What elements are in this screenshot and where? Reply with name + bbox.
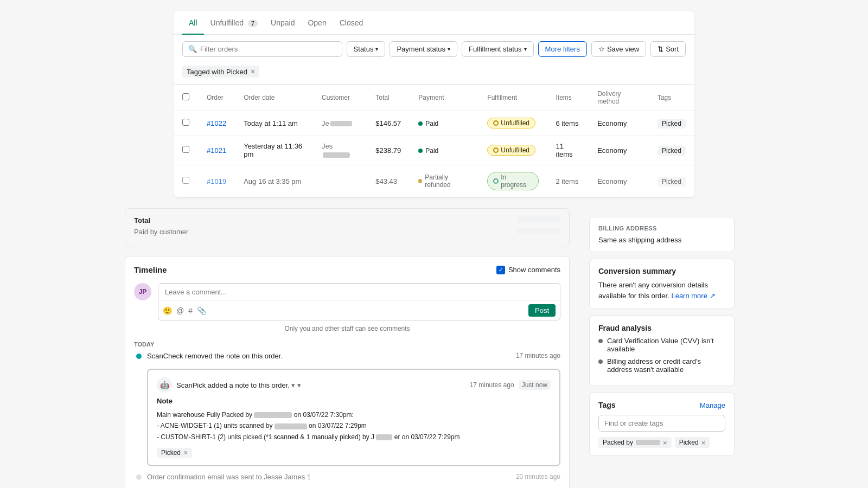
order-tabs: All Unfulfilled 7 Unpaid Open Closed bbox=[174, 11, 694, 35]
item-count: 11 items bbox=[547, 136, 589, 165]
chevron-down-icon: ▾ bbox=[448, 46, 450, 52]
customer-name: Je bbox=[313, 111, 367, 136]
fulfillment-status-filter-button[interactable]: Fulfillment status ▾ bbox=[462, 41, 534, 57]
tab-unfulfilled[interactable]: Unfulfilled 7 bbox=[204, 11, 265, 35]
comment-input-wrapper: 🙂 @ # 📎 Post bbox=[158, 283, 560, 320]
search-input[interactable] bbox=[200, 45, 336, 53]
timeline-dot bbox=[136, 354, 142, 359]
search-icon: 🔍 bbox=[188, 45, 197, 53]
fraud-title: Fraud analysis bbox=[598, 324, 725, 332]
toolbar: 🔍 Status ▾ Payment status ▾ Fulfillment … bbox=[174, 35, 694, 63]
tab-open[interactable]: Open bbox=[301, 11, 333, 35]
star-icon: ☆ bbox=[598, 45, 605, 53]
status-filter-button[interactable]: Status ▾ bbox=[347, 41, 386, 57]
tags-header: Tags Manage bbox=[598, 401, 725, 409]
fulfillment-status: In progress bbox=[478, 165, 547, 197]
manage-tags-link[interactable]: Manage bbox=[700, 401, 725, 409]
comment-input[interactable] bbox=[158, 284, 560, 300]
customer-name: Jes bbox=[313, 136, 367, 165]
applied-tags: Packed by × Picked × bbox=[598, 437, 725, 448]
tab-all[interactable]: All bbox=[182, 11, 204, 35]
order-total: $238.79 bbox=[367, 136, 410, 165]
timeline-section: Timeline ✓ Show comments JP 🙂 @ # bbox=[125, 256, 570, 488]
applied-tag-packed: Packed by × bbox=[598, 437, 672, 448]
col-tags: Tags bbox=[649, 85, 694, 111]
billing-address-card: BILLING ADDRESS Same as shipping address bbox=[589, 217, 735, 252]
order-total: $146.57 bbox=[367, 111, 410, 136]
attachment-icon[interactable]: 📎 bbox=[197, 306, 206, 315]
avatar: JP bbox=[134, 283, 151, 300]
remove-tag-packed-button[interactable]: × bbox=[663, 439, 667, 446]
order-date: Aug 16 at 3:35 pm bbox=[235, 165, 313, 197]
unfulfilled-badge: 7 bbox=[248, 20, 258, 27]
payment-status: Paid bbox=[410, 111, 478, 136]
row-checkbox[interactable] bbox=[182, 119, 189, 126]
fraud-dot bbox=[598, 359, 603, 364]
conversion-title: Conversion summary bbox=[598, 267, 725, 275]
customer-name bbox=[313, 165, 367, 197]
emoji-icon[interactable]: 🙂 bbox=[163, 306, 172, 315]
fraud-item-1: Card Verification Value (CVV) isn't avai… bbox=[598, 337, 725, 353]
timeline-event-time: 17 minutes ago bbox=[516, 352, 560, 359]
just-now-badge: Just now bbox=[519, 380, 551, 390]
fraud-card: Fraud analysis Card Verification Value (… bbox=[589, 316, 735, 386]
tags-area: Picked × bbox=[157, 448, 551, 458]
billing-title: BILLING ADDRESS bbox=[598, 225, 725, 232]
row-checkbox[interactable] bbox=[182, 177, 189, 184]
applied-tag-picked: Picked × bbox=[675, 437, 710, 448]
scan-added-text: ScanPick added a note to this order. ▾ ▾ bbox=[176, 381, 465, 389]
show-comments-checkbox[interactable]: ✓ bbox=[496, 266, 505, 274]
tab-closed[interactable]: Closed bbox=[333, 11, 370, 35]
delivery-method: Economy bbox=[589, 111, 649, 136]
payment-status: Partially refunded bbox=[410, 165, 478, 197]
more-filters-button[interactable]: More filters bbox=[538, 41, 587, 57]
row-checkbox[interactable] bbox=[182, 146, 189, 153]
remove-filter-button[interactable]: × bbox=[251, 67, 255, 76]
confirmation-time: 20 minutes ago bbox=[516, 473, 560, 480]
tab-unpaid[interactable]: Unpaid bbox=[264, 11, 301, 35]
active-filters: Tagged with Picked × bbox=[174, 63, 694, 84]
col-fulfillment: Fulfillment bbox=[478, 85, 547, 111]
hashtag-icon[interactable]: # bbox=[188, 306, 193, 315]
order-number[interactable]: #1019 bbox=[207, 177, 226, 185]
sort-button[interactable]: ⇅ Sort bbox=[650, 41, 686, 57]
comment-box: JP 🙂 @ # 📎 Post bbox=[134, 283, 560, 320]
tagged-with-filter: Tagged with Picked × bbox=[182, 66, 259, 78]
select-all-checkbox[interactable] bbox=[182, 93, 189, 100]
total-section: Total Paid by customer bbox=[125, 208, 570, 247]
col-total: Total bbox=[367, 85, 410, 111]
payment-status-filter-button[interactable]: Payment status ▾ bbox=[390, 41, 457, 57]
item-count: 2 items bbox=[547, 165, 589, 197]
delivery-method: Economy bbox=[589, 165, 649, 197]
tags-title: Tags bbox=[598, 401, 616, 409]
payment-status: Paid bbox=[410, 136, 478, 165]
order-number[interactable]: #1021 bbox=[207, 146, 226, 155]
remove-tag-picked-button[interactable]: × bbox=[701, 439, 706, 446]
save-view-button[interactable]: ☆ Save view bbox=[591, 41, 646, 57]
tags-input[interactable] bbox=[598, 415, 725, 432]
mention-icon[interactable]: @ bbox=[176, 306, 184, 315]
fulfillment-status: Unfulfilled bbox=[478, 136, 547, 165]
picked-tag: Picked × bbox=[157, 448, 192, 458]
col-order-date: Order date bbox=[235, 85, 313, 111]
fraud-item-2: Billing address or credit card's address… bbox=[598, 357, 725, 374]
remove-picked-tag[interactable]: × bbox=[184, 449, 188, 457]
comment-tools: 🙂 @ # 📎 bbox=[163, 306, 206, 315]
order-tag: Picked bbox=[649, 111, 694, 136]
chevron-down-icon: ▾ bbox=[375, 46, 378, 52]
search-bar: 🔍 bbox=[182, 41, 342, 57]
fraud-dot bbox=[598, 339, 603, 343]
show-comments-toggle[interactable]: ✓ Show comments bbox=[496, 266, 560, 274]
col-customer: Customer bbox=[313, 85, 367, 111]
edit-arrow[interactable]: ▾ bbox=[297, 381, 301, 389]
order-number[interactable]: #1022 bbox=[207, 119, 226, 127]
learn-more-link[interactable]: Learn more ↗ bbox=[671, 292, 715, 300]
post-comment-button[interactable]: Post bbox=[528, 304, 556, 317]
paid-by-label: Paid by customer bbox=[134, 228, 188, 236]
chevron-down-icon: ▾ bbox=[524, 46, 527, 52]
dropdown-arrow[interactable]: ▾ bbox=[291, 381, 295, 389]
billing-text: Same as shipping address bbox=[598, 236, 725, 244]
conversion-card: Conversion summary There aren't any conv… bbox=[589, 259, 735, 309]
timeline-event-text: ScanCheck removed the note on this order… bbox=[147, 352, 510, 360]
note-content: Main warehouse Fully Packed by on 03/07/… bbox=[157, 409, 551, 442]
